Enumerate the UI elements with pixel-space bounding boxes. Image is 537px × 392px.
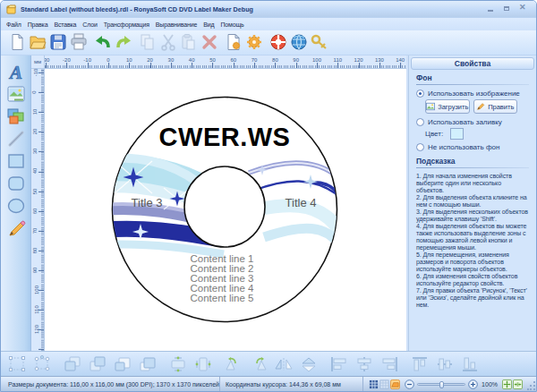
minimize-button[interactable]: [487, 5, 495, 13]
undo-button[interactable]: [93, 32, 113, 54]
menu-item[interactable]: Правка: [28, 21, 48, 28]
use-fill-radio[interactable]: [416, 118, 424, 126]
redo-button[interactable]: [114, 32, 133, 54]
align-top-button[interactable]: [409, 354, 430, 374]
ruler-label: 0: [107, 57, 109, 63]
load-image-button[interactable]: Загрузить: [425, 99, 470, 114]
help-button[interactable]: [268, 32, 288, 54]
vertical-ruler: -100102030405060708090100110120: [31, 69, 45, 351]
document-settings-button[interactable]: [224, 32, 243, 54]
app-icon: [6, 4, 16, 14]
send-backward-button[interactable]: [137, 354, 158, 374]
select-object-button[interactable]: [6, 354, 28, 374]
print-button[interactable]: [69, 32, 89, 54]
align-middle-button[interactable]: [434, 354, 456, 374]
grid-view-button[interactable]: [369, 379, 379, 389]
ruler-label: 100: [312, 57, 321, 63]
ruler-label: 60: [230, 57, 236, 63]
grid-light-button[interactable]: [379, 379, 389, 389]
fit-width-button[interactable]: [167, 354, 189, 374]
save-button[interactable]: [48, 32, 68, 54]
rotate-left-button[interactable]: [223, 354, 244, 374]
ruler-label: 80: [32, 247, 38, 253]
label-title3-text: Title 3: [132, 196, 163, 209]
fit-height-button[interactable]: [192, 354, 214, 374]
align-center-button[interactable]: [354, 354, 375, 374]
align-right-button[interactable]: [379, 354, 400, 374]
menu-item[interactable]: Трансформация: [104, 21, 149, 28]
edit-image-button[interactable]: Править: [473, 99, 518, 114]
new-document-button[interactable]: [7, 32, 27, 54]
content-line[interactable]: Content line 5: [191, 293, 254, 303]
use-image-radio[interactable]: [416, 89, 424, 98]
delete-button[interactable]: [200, 32, 219, 54]
window-title: Standard Label (without bleeds).rdl - Ro…: [21, 5, 487, 13]
tip-line: 7. Для правки объекта 'Рисунок', 'Текст'…: [416, 287, 529, 309]
tip-line: 4. Для выделения объектов вы можете такж…: [416, 223, 529, 251]
align-left-button[interactable]: [328, 354, 350, 374]
rounded-rectangle-tool-button[interactable]: [5, 175, 27, 194]
align-bottom-button[interactable]: [459, 354, 481, 374]
zoom-out-button[interactable]: [405, 379, 414, 389]
line-tool-button[interactable]: [5, 130, 27, 149]
ruler-label: 110: [34, 305, 39, 314]
close-button[interactable]: ✕: [519, 5, 527, 13]
menu-item[interactable]: Вставка: [54, 21, 76, 28]
bring-forward-button[interactable]: [112, 354, 133, 374]
document-canvas[interactable]: CWER.WS Title 3 Title 4 Content line 1Co…: [45, 69, 406, 351]
open-button[interactable]: [28, 32, 47, 54]
title-bar: Standard Label (without bleeds).rdl - Ro…: [1, 1, 536, 18]
text-tool-button[interactable]: A: [5, 63, 27, 82]
ruler-label: 50: [209, 57, 216, 63]
rotate-right-button[interactable]: [248, 354, 269, 374]
ellipse-tool-button[interactable]: [5, 197, 27, 217]
menu-item[interactable]: Вид: [203, 21, 214, 28]
flip-horizontal-button[interactable]: [273, 354, 294, 374]
menu-item[interactable]: Помощь: [220, 21, 243, 28]
ruler-label: 20: [147, 57, 153, 63]
copy-button[interactable]: [138, 32, 158, 54]
ruler-label: 120: [354, 57, 363, 63]
use-fill-radio-row[interactable]: Использовать заливку: [416, 118, 529, 126]
zoom-in-button[interactable]: [468, 379, 478, 389]
menu-item[interactable]: Выравнивание: [156, 21, 197, 28]
no-background-radio[interactable]: [416, 143, 424, 151]
menu-item[interactable]: Слои: [82, 21, 97, 28]
rectangle-tool-button[interactable]: [5, 152, 27, 172]
ruler-label: 50: [32, 188, 38, 194]
no-background-radio-row[interactable]: Не использовать фон: [416, 143, 529, 151]
fill-color-swatch[interactable]: [450, 128, 464, 140]
ruler-label: 10: [32, 109, 38, 115]
status-bar: Размеры документа: 116,00 x 116,00 мм (3…: [1, 376, 536, 391]
label-brand-text: CWER.WS: [159, 123, 291, 151]
fit-page-button[interactable]: [502, 379, 512, 389]
horizontal-ruler: -30-20-100102030405060708090100110120130…: [45, 55, 406, 69]
website-button[interactable]: [289, 32, 309, 54]
menu-item[interactable]: Файл: [6, 21, 21, 28]
cut-button[interactable]: [158, 32, 178, 54]
pencil-tool-button[interactable]: [5, 219, 27, 239]
canvas-area: мм -30-20-100102030405060708090100110120…: [31, 55, 406, 351]
app-window: Standard Label (without bleeds).rdl - Ro…: [0, 0, 537, 392]
zoom-slider-thumb[interactable]: [439, 381, 444, 388]
bring-to-front-button[interactable]: [62, 354, 83, 374]
settings-button[interactable]: [244, 32, 264, 54]
send-to-back-button[interactable]: [87, 354, 108, 374]
maximize-button[interactable]: [503, 5, 511, 13]
rotate-object-button[interactable]: [31, 354, 53, 374]
paste-button[interactable]: [179, 32, 199, 54]
resize-grip[interactable]: [527, 379, 536, 391]
disc-hole: [184, 166, 265, 247]
ruler-label: -10: [83, 57, 91, 63]
use-image-radio-row[interactable]: Использовать изображение: [416, 89, 529, 98]
zoom-slider[interactable]: [417, 383, 465, 386]
image-tool-button[interactable]: [5, 85, 27, 105]
clipart-tool-button[interactable]: [5, 107, 27, 127]
license-key-button[interactable]: [310, 32, 329, 54]
ruler-label: -10: [33, 69, 38, 76]
zoom-level: 100%: [482, 381, 498, 388]
flip-vertical-button[interactable]: [298, 354, 320, 374]
snap-button[interactable]: [390, 379, 400, 389]
fit-width-status-button[interactable]: [513, 379, 523, 389]
svg-text:A: A: [7, 63, 21, 81]
